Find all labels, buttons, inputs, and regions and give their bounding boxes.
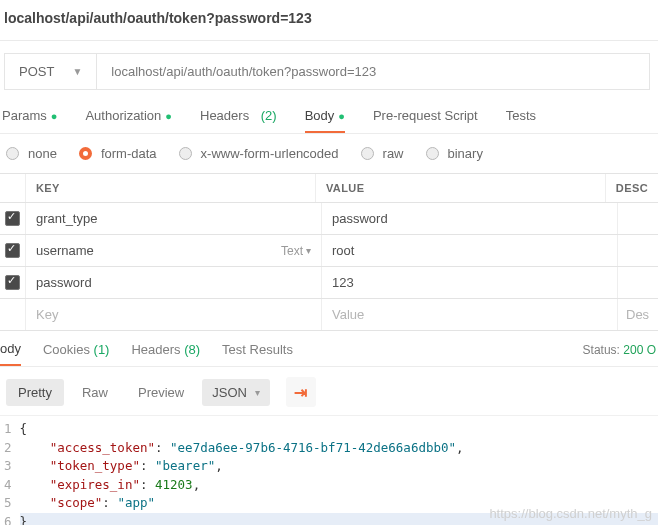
dot-icon: ● bbox=[338, 110, 345, 122]
tab-prerequest[interactable]: Pre-request Script bbox=[373, 108, 478, 123]
response-tabs: ody Cookies (1) Headers (8) Test Results… bbox=[0, 331, 658, 367]
line-gutter: 123456 bbox=[0, 420, 20, 525]
kv-value-input[interactable]: Value bbox=[322, 299, 618, 330]
kv-key-input[interactable]: password bbox=[26, 267, 322, 298]
body-type-row: none form-data x-www-form-urlencoded raw… bbox=[0, 134, 658, 173]
tab-params[interactable]: Params● bbox=[2, 108, 57, 123]
status-badge: 200 O bbox=[623, 343, 656, 357]
viewer-pretty[interactable]: Pretty bbox=[6, 379, 64, 406]
kv-row: username Text▾ root bbox=[0, 235, 658, 267]
radio-icon bbox=[426, 147, 439, 160]
resp-tab-testresults[interactable]: Test Results bbox=[222, 342, 293, 357]
kv-col-key-header: KEY bbox=[26, 174, 316, 202]
chevron-down-icon: ▾ bbox=[306, 245, 311, 256]
viewer-preview[interactable]: Preview bbox=[126, 379, 196, 406]
kv-row: grant_type password bbox=[0, 203, 658, 235]
viewer-toolbar: Pretty Raw Preview JSON▾ ⇥ bbox=[0, 367, 658, 416]
kv-key-input[interactable]: grant_type bbox=[26, 203, 322, 234]
tab-headers[interactable]: Headers (2) bbox=[200, 108, 277, 123]
kv-key-input[interactable]: username Text▾ bbox=[26, 235, 322, 266]
tab-tests[interactable]: Tests bbox=[506, 108, 536, 123]
kv-key-input[interactable]: Key bbox=[26, 299, 322, 330]
kv-header: KEY VALUE DESC bbox=[0, 174, 658, 203]
kv-desc-input[interactable]: Des bbox=[618, 299, 658, 330]
chevron-down-icon: ▼ bbox=[72, 66, 82, 77]
checkbox-icon[interactable] bbox=[5, 211, 20, 226]
viewer-raw[interactable]: Raw bbox=[70, 379, 120, 406]
response-body-viewer[interactable]: 123456 { "access_token": "ee7da6ee-97b6-… bbox=[0, 416, 658, 525]
dot-icon: ● bbox=[51, 110, 58, 122]
method-select[interactable]: POST ▼ bbox=[5, 54, 97, 89]
tab-authorization[interactable]: Authorization● bbox=[85, 108, 172, 123]
radio-icon bbox=[6, 147, 19, 160]
wrap-icon: ⇥ bbox=[294, 383, 307, 402]
response-json: { "access_token": "ee7da6ee-97b6-4716-bf… bbox=[20, 420, 658, 525]
kv-value-input[interactable]: 123 bbox=[322, 267, 618, 298]
radio-urlencoded[interactable]: x-www-form-urlencoded bbox=[179, 146, 339, 161]
kv-col-value-header: VALUE bbox=[316, 174, 606, 202]
radio-icon bbox=[179, 147, 192, 160]
request-line: POST ▼ localhost/api/auth/oauth/token?pa… bbox=[4, 53, 650, 90]
kv-table: KEY VALUE DESC grant_type password usern… bbox=[0, 173, 658, 331]
radio-form-data[interactable]: form-data bbox=[79, 146, 157, 161]
kv-type-select[interactable]: Text▾ bbox=[281, 244, 311, 258]
wrap-lines-button[interactable]: ⇥ bbox=[286, 377, 316, 407]
checkbox-icon[interactable] bbox=[5, 275, 20, 290]
resp-tab-headers[interactable]: Headers (8) bbox=[131, 342, 200, 357]
method-label: POST bbox=[19, 64, 54, 79]
radio-icon bbox=[79, 147, 92, 160]
chevron-down-icon: ▾ bbox=[255, 387, 260, 398]
request-title: localhost/api/auth/oauth/token?password=… bbox=[0, 0, 658, 41]
tab-body[interactable]: Body● bbox=[305, 108, 345, 133]
status-block: Status: 200 O bbox=[583, 343, 658, 357]
url-input[interactable]: localhost/api/auth/oauth/token?password=… bbox=[97, 54, 649, 89]
request-tabs: Params● Authorization● Headers (2) Body●… bbox=[0, 104, 658, 134]
radio-icon bbox=[361, 147, 374, 160]
radio-raw[interactable]: raw bbox=[361, 146, 404, 161]
radio-none[interactable]: none bbox=[6, 146, 57, 161]
kv-row-empty: Key Value Des bbox=[0, 299, 658, 331]
radio-binary[interactable]: binary bbox=[426, 146, 483, 161]
dot-icon: ● bbox=[165, 110, 172, 122]
kv-value-input[interactable]: root bbox=[322, 235, 618, 266]
format-select[interactable]: JSON▾ bbox=[202, 379, 270, 406]
kv-row: password 123 bbox=[0, 267, 658, 299]
kv-value-input[interactable]: password bbox=[322, 203, 618, 234]
resp-tab-body[interactable]: ody bbox=[0, 341, 21, 366]
kv-col-desc-header: DESC bbox=[606, 174, 658, 202]
checkbox-icon[interactable] bbox=[5, 243, 20, 258]
resp-tab-cookies[interactable]: Cookies (1) bbox=[43, 342, 109, 357]
